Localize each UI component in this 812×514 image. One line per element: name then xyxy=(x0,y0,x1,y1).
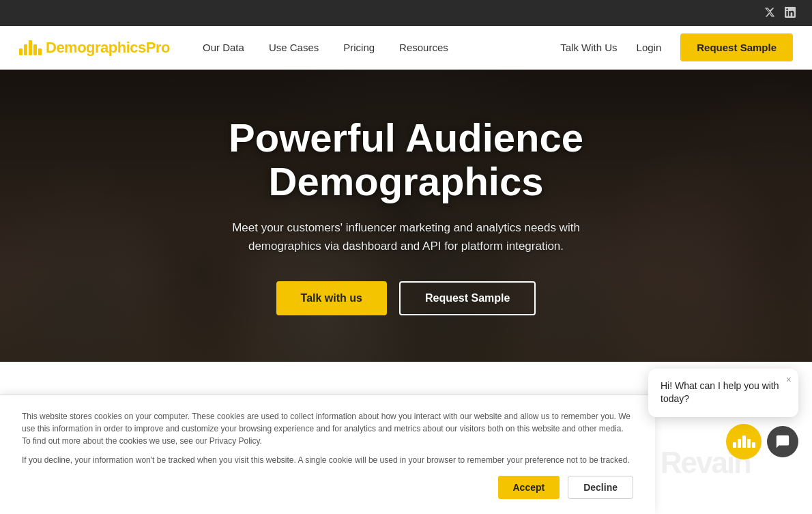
cookie-banner: This website stores cookies on your comp… xyxy=(0,395,655,514)
hero-subtitle-line2: demographics via dashboard and API for p… xyxy=(248,240,564,253)
top-bar xyxy=(0,0,812,26)
nav-link-resources[interactable]: Resources xyxy=(399,42,448,53)
logo-bar-2 xyxy=(24,44,27,55)
hero-buttons: Talk with us Request Sample xyxy=(154,281,658,315)
chat-open-button[interactable] xyxy=(767,426,798,457)
logo-bar-1 xyxy=(19,48,23,55)
hero-content: Powerful Audience Demographics Meet your… xyxy=(140,116,672,315)
hero-request-sample-button[interactable]: Request Sample xyxy=(399,281,536,315)
cookie-buttons: Accept Decline xyxy=(22,476,633,499)
twitter-icon[interactable] xyxy=(764,7,775,20)
chat-greeting: Hi! What can I help you with today? xyxy=(661,380,786,406)
logo-bar-5 xyxy=(38,48,42,55)
hero-section: Powerful Audience Demographics Meet your… xyxy=(0,70,812,362)
cookie-text-main: This website stores cookies on your comp… xyxy=(22,410,633,447)
chat-logo-bars xyxy=(733,436,755,448)
hero-subtitle-line1: Meet your customers' influencer marketin… xyxy=(232,221,580,234)
logo-bar-3 xyxy=(29,40,32,55)
nav-link-our-data[interactable]: Our Data xyxy=(203,42,244,53)
hero-talk-button[interactable]: Talk with us xyxy=(276,281,387,315)
hero-subtitle: Meet your customers' influencer marketin… xyxy=(154,218,658,255)
logo-text-b: Pro xyxy=(146,39,170,56)
chat-icon-row xyxy=(648,424,798,459)
talk-with-us-link[interactable]: Talk With Us xyxy=(560,42,617,53)
nav-link-pricing[interactable]: Pricing xyxy=(343,42,375,53)
cookie-text-secondary: If you decline, your information won't b… xyxy=(22,454,633,466)
chat-logo-icon xyxy=(726,424,762,459)
cookie-accept-button[interactable]: Accept xyxy=(498,476,560,499)
chat-bar-2 xyxy=(738,439,741,448)
chat-bar-3 xyxy=(742,436,746,448)
logo-text: DemographicsPro xyxy=(46,39,170,57)
chat-bubble: × Hi! What can I help you with today? xyxy=(648,369,798,417)
chat-bar-5 xyxy=(752,442,755,448)
logo-text-a: Demographics xyxy=(46,39,146,56)
chat-widget: × Hi! What can I help you with today? xyxy=(648,369,798,459)
chat-close-button[interactable]: × xyxy=(786,374,792,385)
navbar: DemographicsPro Our Data Use Cases Prici… xyxy=(0,26,812,70)
logo-bar-4 xyxy=(33,44,37,55)
logo[interactable]: DemographicsPro xyxy=(19,39,170,57)
nav-link-use-cases[interactable]: Use Cases xyxy=(269,42,319,53)
logo-icon xyxy=(19,40,42,55)
nav-links: Our Data Use Cases Pricing Resources xyxy=(203,42,560,53)
chat-bar-4 xyxy=(747,439,751,448)
request-sample-button[interactable]: Request Sample xyxy=(680,33,793,61)
login-link[interactable]: Login xyxy=(637,42,662,53)
nav-right: Talk With Us Login Request Sample xyxy=(560,33,793,61)
cookie-decline-button[interactable]: Decline xyxy=(568,476,633,499)
hero-title: Powerful Audience Demographics xyxy=(154,116,658,203)
chat-bar-1 xyxy=(733,442,736,448)
linkedin-icon[interactable] xyxy=(785,7,796,20)
